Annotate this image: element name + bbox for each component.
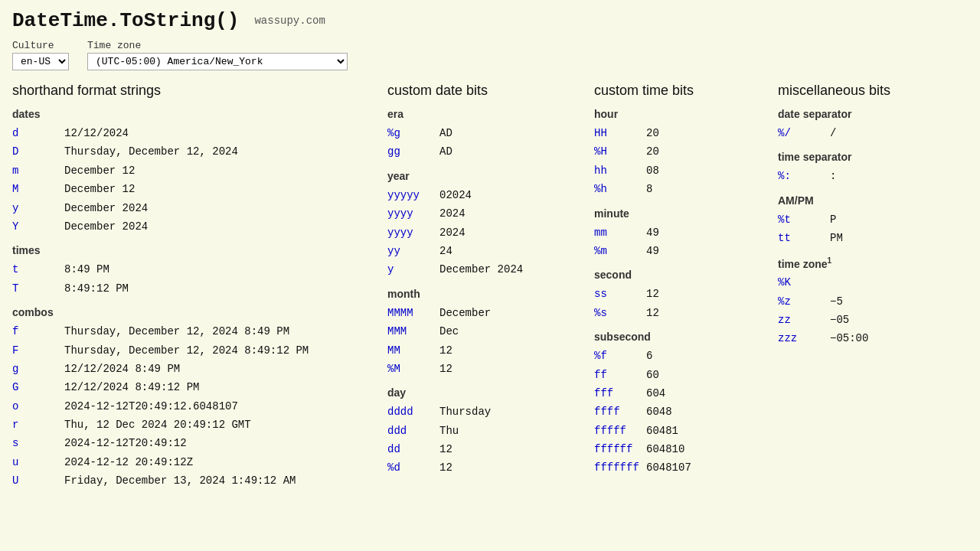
fmt-value: 6048107 [646, 459, 691, 476]
list-item: m December 12 [12, 162, 372, 179]
year-subsection: year yyyyy 02024 yyyy 2024 yyyy 2024 yy … [387, 170, 579, 279]
fmt-code: zz [778, 311, 824, 328]
fmt-code: ddd [387, 422, 433, 439]
fmt-code: u [12, 454, 58, 471]
fmt-value: December 2024 [439, 261, 523, 278]
fmt-code: MM [387, 342, 433, 359]
list-item: M December 12 [12, 181, 372, 197]
minute-subsection: minute mm 49 %m 49 [594, 207, 763, 260]
list-item: yy 24 [387, 243, 579, 259]
list-item: mm 49 [594, 224, 763, 241]
fmt-code: %m [594, 243, 640, 259]
fmt-value: Thursday [439, 403, 491, 420]
list-item: %d 12 [387, 459, 579, 476]
fmt-code: %d [387, 459, 433, 476]
fmt-value: 6 [646, 347, 652, 364]
fmt-code: %g [387, 125, 433, 142]
fmt-code: s [12, 435, 58, 452]
fmt-value: Dec [439, 323, 459, 340]
fmt-value: Thursday, December 12, 2024 8:49:12 PM [64, 342, 309, 359]
list-item: ffff 6048 [594, 403, 763, 420]
fmt-value: 24 [439, 243, 452, 259]
fmt-code: G [12, 379, 58, 396]
fmt-value: 20 [646, 125, 659, 142]
second-subsection: second ss 12 %s 12 [594, 269, 763, 321]
fmt-code: %M [387, 360, 433, 377]
fmt-code: M [12, 181, 58, 197]
fmt-code: ss [594, 285, 640, 302]
list-item: r Thu, 12 Dec 2024 20:49:12 GMT [12, 416, 372, 433]
list-item: %t P [778, 211, 977, 228]
fmt-value: Thursday, December 12, 2024 8:49 PM [64, 323, 289, 340]
fmt-value: 08 [646, 162, 659, 179]
timezone-label: Time zone [87, 40, 348, 51]
fmt-value: 8 [646, 181, 652, 197]
timezone-select[interactable]: (UTC-05:00) America/New_York (UTC+00:00)… [87, 53, 348, 70]
list-item: yyyy 2024 [387, 205, 579, 222]
times-subsection: times t 8:49 PM T 8:49:12 PM [12, 244, 372, 297]
fmt-value: 12/12/2024 [64, 125, 129, 142]
fmt-value: 8:49 PM [64, 261, 109, 278]
fmt-value: 6048 [646, 403, 672, 420]
list-item: %m 49 [594, 243, 763, 259]
list-item: MM 12 [387, 342, 579, 359]
fmt-code: gg [387, 143, 433, 160]
misc-section: miscellaneous bits date separator %/ / t… [778, 83, 980, 499]
fmt-value: 12 [439, 360, 452, 377]
list-item: y December 2024 [387, 261, 579, 278]
fmt-code: d [12, 125, 58, 142]
fmt-code: MMM [387, 323, 433, 340]
fmt-value: −05 [830, 311, 849, 328]
subsecond-subsection: subsecond %f 6 ff 60 fff 604 ffff 6048 f… [594, 331, 763, 477]
fmt-value: P [830, 211, 836, 228]
fmt-value: 12 [439, 342, 452, 359]
fmt-code: tt [778, 230, 824, 246]
date-sep-label: date separator [778, 108, 977, 120]
fmt-value: / [830, 125, 836, 142]
list-item: %M 12 [387, 360, 579, 377]
fmt-code: U [12, 472, 58, 489]
list-item: d 12/12/2024 [12, 125, 372, 142]
culture-select[interactable]: en-US en-GB fr-FR de-DE [12, 53, 69, 70]
custom-time-title: custom time bits [594, 83, 763, 99]
fmt-value: 02024 [439, 187, 472, 204]
fmt-code: dddd [387, 403, 433, 420]
fmt-value: December 12 [64, 162, 135, 179]
fmt-value: −5 [830, 293, 843, 310]
fmt-value: 2024 [439, 205, 466, 222]
fmt-value: Thursday, December 12, 2024 [64, 143, 238, 160]
dates-label: dates [12, 108, 372, 120]
fmt-value: 2024-12-12T20:49:12.6048107 [64, 398, 238, 415]
fmt-value: December [439, 305, 491, 321]
fmt-value: 604 [646, 385, 665, 402]
ampm-label: AM/PM [778, 194, 977, 207]
fmt-code: yyyy [387, 224, 433, 241]
list-item: %h 8 [594, 181, 763, 197]
month-subsection: month MMMM December MMM Dec MM 12 %M 12 [387, 288, 579, 378]
fmt-code: fffffff [594, 459, 640, 476]
custom-time-section: custom time bits hour HH 20 %H 20 hh 08 … [594, 83, 778, 499]
list-item: fffffff 6048107 [594, 459, 763, 476]
fmt-code: MMMM [387, 305, 433, 321]
fmt-code: %f [594, 347, 640, 364]
hour-subsection: hour HH 20 %H 20 hh 08 %h 8 [594, 108, 763, 198]
list-item: %s 12 [594, 305, 763, 321]
list-item: t 8:49 PM [12, 261, 372, 278]
fmt-value: 60481 [646, 422, 678, 439]
fmt-value: Thu [439, 422, 459, 439]
fmt-code: yyyyy [387, 187, 433, 204]
fmt-code: %s [594, 305, 640, 321]
list-item: F Thursday, December 12, 2024 8:49:12 PM [12, 342, 372, 359]
fmt-code: zzz [778, 330, 824, 347]
fmt-value: 2024-12-12 20:49:12Z [64, 454, 193, 471]
fmt-value: 604810 [646, 441, 684, 458]
list-item: %: : [778, 168, 977, 184]
list-item: ffffff 604810 [594, 441, 763, 458]
hour-label: hour [594, 108, 763, 120]
main-grid: shorthand format strings dates d 12/12/2… [12, 83, 968, 499]
day-label: day [387, 386, 579, 399]
fmt-code: dd [387, 441, 433, 458]
fmt-code: %/ [778, 125, 824, 142]
list-item: s 2024-12-12T20:49:12 [12, 435, 372, 452]
culture-group: Culture en-US en-GB fr-FR de-DE [12, 40, 69, 70]
